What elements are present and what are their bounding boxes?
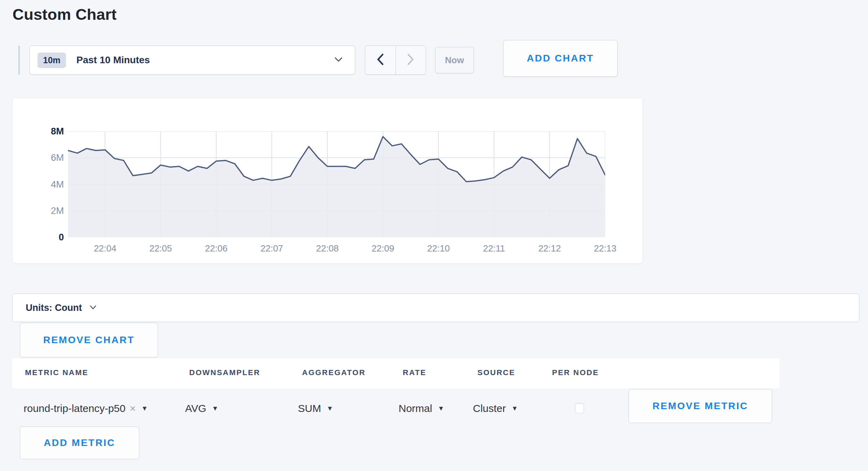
chevron-down-icon xyxy=(334,57,343,64)
x-axis-tick-label: 22:08 xyxy=(316,243,339,254)
column-header-aggregator: AGGREGATOR xyxy=(302,368,366,377)
metric-table-header-row: METRIC NAME DOWNSAMPLER AGGREGATOR RATE … xyxy=(12,358,779,388)
add-chart-button[interactable]: ADD CHART xyxy=(503,40,618,77)
x-axis-tick-label: 22:05 xyxy=(149,243,172,254)
column-header-source: SOURCE xyxy=(477,368,515,377)
column-header-per-node: PER NODE xyxy=(552,368,599,377)
caret-down-icon: ▼ xyxy=(212,405,218,412)
x-axis-tick-label: 22:12 xyxy=(538,243,561,254)
metric-name-value: round-trip-latency-p50 xyxy=(24,403,125,414)
x-axis-tick-label: 22:10 xyxy=(427,243,450,254)
downsampler-select[interactable]: AVG ▼ xyxy=(185,399,218,418)
column-header-metric-name: METRIC NAME xyxy=(25,368,89,377)
page-title: Custom Chart xyxy=(12,6,117,24)
caret-down-icon: ▼ xyxy=(438,405,444,412)
now-button[interactable]: Now xyxy=(435,47,474,73)
y-axis-tick-label: 8M xyxy=(51,127,64,136)
x-axis-tick-label: 22:07 xyxy=(260,243,283,254)
left-accent-divider xyxy=(18,46,20,75)
source-value: Cluster xyxy=(473,403,506,414)
x-axis-tick-label: 22:09 xyxy=(372,243,394,254)
units-select-label: Units: Count xyxy=(26,303,82,313)
chevron-right-icon xyxy=(407,53,415,67)
time-range-badge: 10m xyxy=(37,52,66,68)
y-axis-tick-label: 6M xyxy=(51,153,64,162)
time-range-select[interactable]: 10m Past 10 Minutes xyxy=(30,46,355,75)
y-axis-tick-label: 0 xyxy=(59,233,64,242)
next-time-button[interactable] xyxy=(396,46,426,74)
time-range-label: Past 10 Minutes xyxy=(76,55,150,66)
x-axis-tick-label: 22:04 xyxy=(94,243,116,254)
x-axis-tick-label: 22:11 xyxy=(483,243,505,254)
clear-metric-icon[interactable]: × xyxy=(130,403,136,414)
chart-x-axis: 22:0422:0522:0622:0722:0822:0922:1022:11… xyxy=(68,243,605,257)
y-axis-tick-label: 2M xyxy=(51,206,64,215)
aggregator-value: SUM xyxy=(298,403,321,414)
column-header-rate: RATE xyxy=(403,368,426,377)
chart-plot xyxy=(68,131,605,237)
rate-select[interactable]: Normal ▼ xyxy=(399,399,444,418)
aggregator-select[interactable]: SUM ▼ xyxy=(298,399,333,418)
column-header-downsampler: DOWNSAMPLER xyxy=(189,368,260,377)
remove-chart-button[interactable]: REMOVE CHART xyxy=(20,323,158,357)
chevron-down-icon xyxy=(90,305,97,311)
time-step-button-group xyxy=(365,46,426,75)
source-select[interactable]: Cluster ▼ xyxy=(473,399,518,418)
add-metric-button[interactable]: ADD METRIC xyxy=(20,427,139,459)
x-axis-tick-label: 22:06 xyxy=(205,243,227,254)
y-axis-tick-label: 4M xyxy=(51,180,64,189)
chart-y-axis: 8M6M4M2M0 xyxy=(37,131,64,237)
units-select[interactable]: Units: Count xyxy=(12,294,859,322)
metric-name-select[interactable]: round-trip-latency-p50 × ▼ xyxy=(24,399,148,418)
caret-down-icon: ▼ xyxy=(327,405,333,412)
prev-time-button[interactable] xyxy=(365,46,396,74)
chevron-left-icon xyxy=(376,53,384,67)
chart-plot-svg xyxy=(68,131,605,237)
downsampler-value: AVG xyxy=(185,403,206,414)
caret-down-icon: ▼ xyxy=(511,405,518,412)
x-axis-tick-label: 22:13 xyxy=(594,243,616,254)
caret-down-icon: ▼ xyxy=(141,405,148,412)
remove-metric-button[interactable]: REMOVE METRIC xyxy=(628,389,772,423)
rate-value: Normal xyxy=(399,403,432,414)
per-node-checkbox[interactable] xyxy=(575,403,584,413)
custom-chart-page: Custom Chart 10m Past 10 Minutes Now ADD… xyxy=(0,0,868,471)
